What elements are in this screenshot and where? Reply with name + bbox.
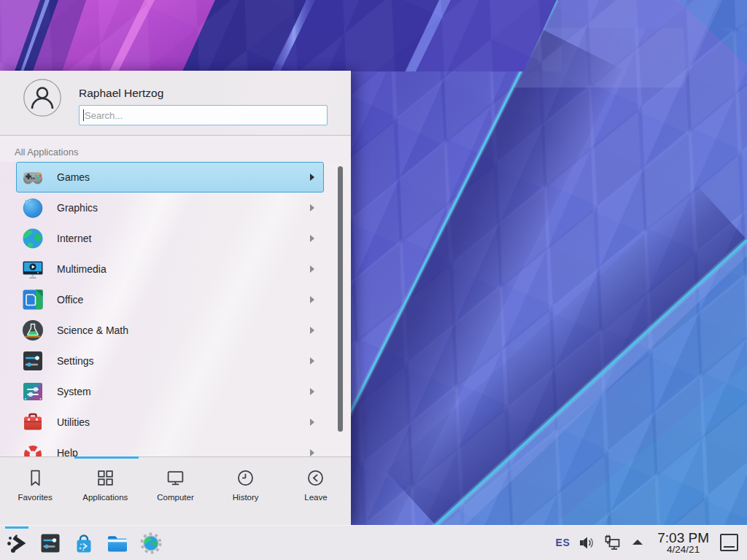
submenu-arrow-icon [310,235,314,242]
category-label: Help [57,447,78,456]
category-label: Multimedia [57,263,107,275]
help-icon [21,441,44,456]
internet-icon [21,227,44,250]
system-settings-launcher[interactable] [39,532,62,555]
search-field-wrap [79,105,328,125]
tab-computer[interactable]: Computer [140,457,210,525]
category-label: System [57,386,91,397]
text-caret [83,109,84,121]
volume-icon[interactable] [578,534,595,551]
games-icon [21,166,44,189]
konqueror-globe-icon [139,532,163,555]
desktop: Raphael Hertzog All Applications [0,0,747,560]
dolphin-folder-icon [106,532,129,555]
network-icon[interactable] [603,534,621,551]
section-label: All Applications [15,147,78,158]
history-clock-icon [236,468,255,488]
submenu-arrow-icon [310,357,314,365]
application-launcher-panel: Raphael Hertzog All Applications [0,71,351,525]
tab-label: Applications [82,493,128,502]
tab-history[interactable]: History [211,457,281,525]
tab-label: Leave [304,493,327,502]
category-help[interactable]: Help [16,438,324,456]
submenu-arrow-icon [310,449,314,456]
taskbar-panel: ES 7:03 PM [0,525,747,560]
category-multimedia[interactable]: Multimedia [16,254,324,284]
office-icon [21,288,44,311]
category-label: Utilities [57,416,90,428]
tab-applications[interactable]: Applications [70,457,140,525]
list-scrollbar[interactable] [338,166,343,432]
system-tray: ES 7:03 PM [556,531,747,555]
clock-time: 7:03 PM [657,531,709,545]
graphics-icon [21,196,44,219]
submenu-arrow-icon [310,204,314,211]
utilities-icon [21,411,44,434]
category-internet[interactable]: Internet [16,223,324,254]
category-office[interactable]: Office [16,284,324,315]
submenu-arrow-icon [310,265,314,273]
kickoff-launcher-icon [5,532,28,555]
submenu-arrow-icon [310,174,314,181]
show-desktop-button[interactable] [720,534,738,551]
category-label: Science & Math [57,324,128,336]
search-input[interactable] [79,105,328,125]
user-name: Raphael Hertzog [79,87,163,100]
submenu-arrow-icon [310,388,314,395]
expand-tray-icon[interactable] [629,534,646,551]
category-settings[interactable]: Settings [16,346,324,376]
konqueror-launcher[interactable] [139,532,163,555]
category-list: Games Graphics [0,162,351,456]
favorites-bookmark-icon [26,468,45,488]
category-games[interactable]: Games [16,162,324,192]
category-graphics[interactable]: Graphics [16,192,324,223]
launcher-tab-bar: Favorites Applications [0,456,351,525]
science-icon [21,319,44,342]
category-science[interactable]: Science & Math [16,315,324,346]
leave-back-icon [306,468,325,488]
system-icon [21,380,44,403]
category-label: Internet [57,233,91,244]
submenu-arrow-icon [310,419,314,426]
clock-date: 4/24/21 [657,545,709,555]
category-label: Settings [57,355,94,367]
category-label: Games [57,171,90,183]
category-label: Graphics [57,202,98,214]
submenu-arrow-icon [310,296,314,303]
tab-label: Favorites [18,493,52,502]
user-avatar[interactable] [23,79,61,117]
launcher-header: Raphael Hertzog [0,71,351,136]
category-system[interactable]: System [16,376,324,407]
active-tab-indicator [74,456,139,459]
taskbar-launchers [0,532,163,555]
tab-favorites[interactable]: Favorites [0,457,70,525]
multimedia-icon [21,257,44,281]
category-label: Office [57,294,83,306]
dolphin-launcher[interactable] [106,532,129,555]
submenu-arrow-icon [310,327,314,334]
tab-label: History [233,493,259,502]
active-launcher-indicator [5,526,28,529]
discover-launcher[interactable] [72,532,96,555]
system-settings-icon [39,532,62,555]
discover-icon [72,532,96,555]
kickoff-launcher-button[interactable] [5,532,28,555]
settings-icon [21,349,44,373]
tab-label: Computer [157,493,194,502]
tab-leave[interactable]: Leave [281,457,351,525]
computer-monitor-icon [166,468,185,488]
keyboard-layout-indicator[interactable]: ES [556,537,570,548]
category-utilities[interactable]: Utilities [16,407,324,438]
applications-grid-icon [96,468,115,488]
digital-clock[interactable]: 7:03 PM 4/24/21 [657,531,709,555]
